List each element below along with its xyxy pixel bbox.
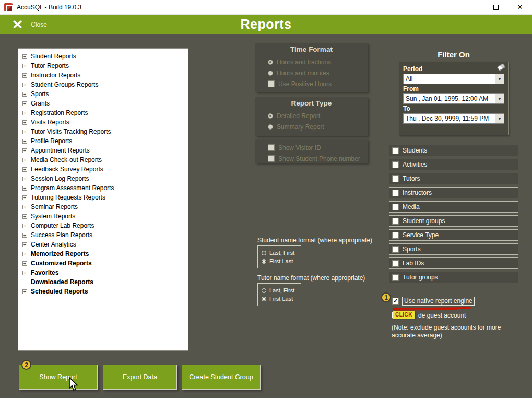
- checkbox-icon[interactable]: [392, 175, 399, 182]
- radio-tutor-last-first[interactable]: Last, First: [262, 287, 301, 294]
- expand-plus-icon[interactable]: +: [22, 186, 27, 191]
- checkbox-icon[interactable]: [392, 147, 399, 154]
- tree-item[interactable]: Downloaded Reports: [21, 277, 188, 287]
- tree-item[interactable]: + Tutor Reports: [21, 61, 188, 71]
- checkbox-icon[interactable]: [392, 218, 399, 225]
- tree-item[interactable]: + Favorites: [21, 268, 188, 277]
- radio-summary-report[interactable]: Summary Report: [255, 121, 368, 132]
- create-student-group-button[interactable]: Create Student Group: [182, 365, 261, 390]
- window-close-button[interactable]: ✕: [508, 0, 532, 14]
- maximize-button[interactable]: [484, 0, 508, 14]
- expand-plus-icon[interactable]: +: [22, 111, 27, 115]
- radio-student-first-last[interactable]: First Last: [262, 258, 301, 264]
- tree-item[interactable]: + Feedback Survey Reports: [21, 165, 188, 174]
- tree-item[interactable]: + Center Analytics: [21, 240, 188, 249]
- expand-plus-icon[interactable]: +: [22, 261, 27, 266]
- expand-plus-icon[interactable]: +: [22, 73, 27, 78]
- filter-category-row[interactable]: Instructors: [389, 187, 518, 198]
- expand-plus-icon[interactable]: +: [22, 158, 27, 162]
- expand-plus-icon[interactable]: [22, 280, 27, 285]
- to-date-dropdown[interactable]: Thu , Dec 30, 9999, 11:59 PM ▼: [403, 113, 504, 124]
- checkbox-icon[interactable]: [392, 190, 399, 196]
- tree-item[interactable]: + Scheduled Reports: [21, 287, 188, 296]
- expand-plus-icon[interactable]: +: [22, 224, 27, 228]
- filter-category-row[interactable]: Lab IDs: [389, 257, 518, 269]
- filter-category-row[interactable]: Media: [389, 201, 518, 213]
- checkbox-icon[interactable]: [392, 246, 399, 253]
- expand-plus-icon[interactable]: +: [22, 177, 27, 181]
- tree-item[interactable]: + Grants: [21, 99, 188, 108]
- tree-item[interactable]: + Computer Lab Reports: [21, 221, 188, 230]
- checkbox-icon[interactable]: [392, 260, 399, 267]
- filter-category-row[interactable]: Sports: [389, 243, 518, 255]
- filter-category-row[interactable]: Activities: [389, 159, 518, 170]
- checkbox-icon[interactable]: [392, 232, 399, 239]
- checkbox-native-report-engine[interactable]: ✓ Use native report engine: [392, 297, 475, 306]
- expand-plus-icon[interactable]: +: [22, 92, 27, 97]
- checkbox-icon[interactable]: [392, 204, 399, 210]
- period-dropdown[interactable]: All ▼: [403, 74, 504, 84]
- tree-item[interactable]: + Student Reports: [21, 52, 188, 61]
- expand-plus-icon[interactable]: +: [22, 289, 27, 294]
- radio-student-last-first[interactable]: Last, First: [262, 250, 301, 256]
- step-1-annotation: 1: [381, 292, 391, 302]
- tree-item[interactable]: + Customized Reports: [21, 259, 188, 268]
- checkbox-show-phone[interactable]: Show Student Phone number: [255, 153, 368, 164]
- expand-plus-icon[interactable]: +: [22, 130, 27, 134]
- expand-plus-icon[interactable]: +: [22, 242, 27, 247]
- expand-plus-icon[interactable]: +: [22, 271, 27, 275]
- filter-category-row[interactable]: Tutors: [389, 173, 518, 184]
- tree-item[interactable]: + Visits Reports: [21, 118, 188, 127]
- radio-hours-fractions[interactable]: Hours and fractions: [255, 56, 368, 67]
- expand-plus-icon[interactable]: +: [22, 83, 27, 87]
- tree-item[interactable]: + System Reports: [21, 212, 188, 221]
- checkbox-show-visitor-id[interactable]: Show Visitor ID: [255, 142, 368, 153]
- filter-category-row[interactable]: Student groups: [389, 215, 518, 227]
- tree-item[interactable]: + Profile Reports: [21, 136, 188, 146]
- checkbox-positive-hours[interactable]: Use Positive Hours: [255, 78, 368, 89]
- checked-checkbox-icon[interactable]: ✓: [392, 298, 399, 305]
- expand-plus-icon[interactable]: +: [22, 139, 27, 144]
- tree-item[interactable]: + Media Check-out Reports: [21, 155, 188, 165]
- filter-category-row[interactable]: Service Type: [389, 229, 518, 241]
- radio-hours-minutes[interactable]: Hours and minutes: [255, 67, 368, 78]
- expand-plus-icon[interactable]: +: [22, 205, 27, 209]
- minimize-button[interactable]: [460, 0, 484, 14]
- filter-category-row[interactable]: Students: [389, 145, 518, 156]
- tree-item[interactable]: + Program Assessment Reports: [21, 183, 188, 193]
- tree-item[interactable]: + Student Groups Reports: [21, 80, 188, 89]
- filter-category-label: Instructors: [403, 189, 432, 196]
- chevron-down-icon[interactable]: ▼: [495, 74, 504, 84]
- tree-item[interactable]: + Success Plan Reports: [21, 230, 188, 240]
- from-date-dropdown[interactable]: Sun , Jan 01, 1995, 12:00 AM ▼: [403, 93, 504, 104]
- expand-plus-icon[interactable]: +: [22, 148, 27, 153]
- tree-item[interactable]: + Tutoring Requests Reports: [21, 193, 188, 202]
- tree-item[interactable]: + Sports: [21, 89, 188, 99]
- chevron-down-icon[interactable]: ▼: [495, 94, 504, 103]
- expand-plus-icon[interactable]: +: [22, 167, 27, 172]
- expand-plus-icon[interactable]: +: [22, 195, 27, 200]
- tree-item[interactable]: + Registration Reports: [21, 108, 188, 118]
- expand-plus-icon[interactable]: +: [22, 252, 27, 256]
- expand-plus-icon[interactable]: +: [22, 54, 27, 59]
- expand-plus-icon[interactable]: +: [22, 120, 27, 125]
- expand-plus-icon[interactable]: +: [22, 233, 27, 238]
- tree-item[interactable]: + Session Log Reports: [21, 174, 188, 183]
- checkbox-icon[interactable]: [392, 274, 399, 281]
- tree-item[interactable]: + Memorized Reports: [21, 249, 188, 259]
- tree-item[interactable]: + Instructor Reports: [21, 71, 188, 80]
- radio-tutor-first-last[interactable]: First Last: [262, 296, 301, 302]
- export-data-button[interactable]: Export Data: [103, 365, 177, 390]
- expand-plus-icon[interactable]: +: [22, 101, 27, 106]
- tree-item[interactable]: + Seminar Reports: [21, 202, 188, 212]
- expand-plus-icon[interactable]: +: [22, 64, 27, 68]
- expand-plus-icon[interactable]: +: [22, 214, 27, 219]
- radio-detailed-report[interactable]: Detailed Report: [255, 110, 368, 121]
- tree-item[interactable]: + Tutor Visits Tracking Reports: [21, 127, 188, 136]
- checkbox-icon[interactable]: [392, 161, 399, 168]
- chevron-down-icon[interactable]: ▼: [495, 114, 504, 123]
- checkbox-exclude-guest[interactable]: CLICK de guest account: [392, 311, 517, 320]
- filter-category-row[interactable]: Tutor groups: [389, 272, 518, 283]
- tree-item[interactable]: + Appointment Reports: [21, 146, 188, 155]
- show-report-button[interactable]: Show Report: [19, 365, 98, 390]
